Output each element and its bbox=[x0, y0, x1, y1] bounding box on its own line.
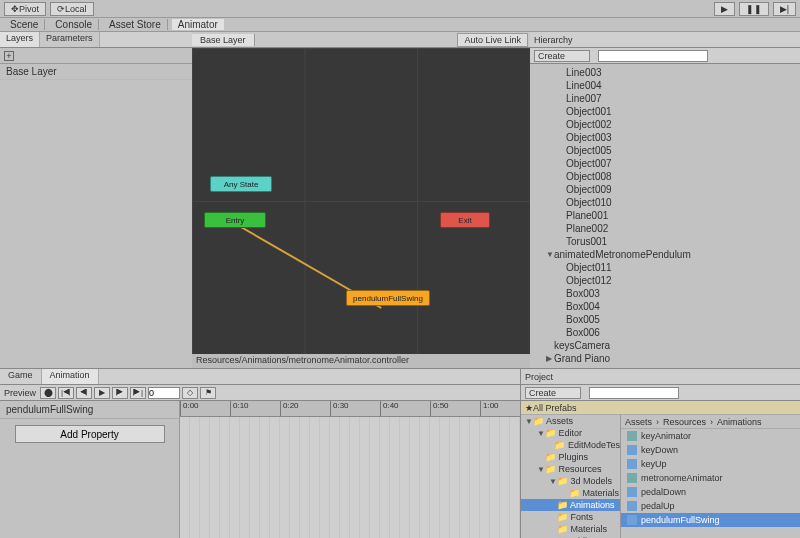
hierarchy-search-input[interactable] bbox=[598, 50, 708, 62]
scene-tab[interactable]: Scene bbox=[4, 19, 45, 30]
window-tabbar: Scene Console Asset Store Animator bbox=[0, 18, 800, 32]
breadcrumb-item[interactable]: Assets bbox=[625, 417, 652, 427]
project-asset-item[interactable]: pedalUp bbox=[621, 499, 800, 513]
prev-key-button[interactable]: ⯇ bbox=[76, 387, 92, 399]
project-folder-item[interactable]: ▼📁 3d Models bbox=[521, 475, 620, 487]
hierarchy-item[interactable]: Plane002 bbox=[530, 222, 800, 235]
project-folder-item[interactable]: 📁 Materials bbox=[521, 523, 620, 535]
add-property-button[interactable]: Add Property bbox=[15, 425, 165, 443]
project-folder-item[interactable]: 📁 Animations bbox=[521, 499, 620, 511]
favorites-row[interactable]: ★ All Prefabs bbox=[521, 401, 800, 415]
hierarchy-item[interactable]: Object001 bbox=[530, 105, 800, 118]
hierarchy-item[interactable]: ▶Grand Piano bbox=[530, 352, 800, 365]
project-folder-item[interactable]: 📁 Materials bbox=[521, 487, 620, 499]
entry-node[interactable]: Entry bbox=[204, 212, 266, 228]
hierarchy-item[interactable]: Object011 bbox=[530, 261, 800, 274]
layers-tab[interactable]: Layers bbox=[0, 32, 40, 47]
frame-input[interactable] bbox=[148, 387, 180, 399]
project-create-dropdown[interactable]: Create bbox=[525, 387, 581, 399]
timeline-ruler[interactable]: 0:000:100:200:300:400:501:00 bbox=[180, 401, 520, 417]
animator-tab[interactable]: Animator bbox=[172, 19, 224, 30]
play-button[interactable]: ▶ bbox=[714, 2, 735, 16]
first-key-button[interactable]: |⯇ bbox=[58, 387, 74, 399]
hierarchy-item[interactable]: Line003 bbox=[530, 66, 800, 79]
hierarchy-create-dropdown[interactable]: Create bbox=[534, 50, 590, 62]
asset-icon bbox=[627, 445, 637, 455]
animation-tabbar: Game Animation bbox=[0, 369, 520, 385]
hierarchy-item[interactable]: Plane001 bbox=[530, 209, 800, 222]
parameters-tab[interactable]: Parameters bbox=[40, 32, 100, 47]
project-folder-item[interactable]: ▼📁 Assets bbox=[521, 415, 620, 427]
hierarchy-item[interactable]: Object010 bbox=[530, 196, 800, 209]
step-button[interactable]: ▶| bbox=[773, 2, 796, 16]
hierarchy-item[interactable]: Box005 bbox=[530, 313, 800, 326]
animator-breadcrumb[interactable]: Base Layer bbox=[192, 34, 255, 46]
hierarchy-item[interactable]: Object007 bbox=[530, 157, 800, 170]
hierarchy-item[interactable]: ▼animatedMetronomePendulum bbox=[530, 248, 800, 261]
pause-button[interactable]: ❚❚ bbox=[739, 2, 769, 16]
game-tab[interactable]: Game bbox=[0, 369, 42, 384]
default-state-node[interactable]: pendulumFullSwing bbox=[346, 290, 430, 306]
hierarchy-item[interactable]: Line007 bbox=[530, 92, 800, 105]
asset-icon bbox=[627, 501, 637, 511]
hierarchy-item[interactable]: Object009 bbox=[530, 183, 800, 196]
project-folder-tree[interactable]: ▼📁 Assets▼📁 Editor📁 EditModeTes📁 Plugins… bbox=[521, 415, 621, 538]
asset-icon bbox=[627, 459, 637, 469]
project-asset-item[interactable]: pendulumFullSwing bbox=[621, 513, 800, 527]
animator-graph[interactable]: Any State Entry pendulumFullSwing Exit bbox=[192, 48, 530, 354]
auto-live-link-toggle[interactable]: Auto Live Link bbox=[457, 33, 528, 47]
project-folder-item[interactable]: 📁 EditModeTes bbox=[521, 439, 620, 451]
hierarchy-item[interactable]: Box006 bbox=[530, 326, 800, 339]
asset-store-tab[interactable]: Asset Store bbox=[103, 19, 168, 30]
any-state-node[interactable]: Any State bbox=[210, 176, 272, 192]
bottom-row: Game Animation Preview ⬤ |⯇ ⯇ ▶ ⯈ ⯈| ◇ ⚑… bbox=[0, 368, 800, 538]
breadcrumb-item[interactable]: Resources bbox=[663, 417, 706, 427]
local-button[interactable]: ⟳ Local bbox=[50, 2, 94, 16]
hierarchy-title: Hierarchy bbox=[534, 35, 573, 45]
hierarchy-item[interactable]: Object005 bbox=[530, 144, 800, 157]
project-asset-item[interactable]: keyDown bbox=[621, 443, 800, 457]
hierarchy-item[interactable]: Object003 bbox=[530, 131, 800, 144]
last-key-button[interactable]: ⯈| bbox=[130, 387, 146, 399]
hierarchy-item[interactable]: Torus001 bbox=[530, 235, 800, 248]
timeline-body[interactable] bbox=[180, 417, 520, 538]
asset-icon bbox=[627, 515, 637, 525]
hierarchy-item[interactable]: Box003 bbox=[530, 287, 800, 300]
play-anim-button[interactable]: ▶ bbox=[94, 387, 110, 399]
hierarchy-tree[interactable]: Line003Line004Line007Object001Object002O… bbox=[530, 64, 800, 368]
project-asset-item[interactable]: keyUp bbox=[621, 457, 800, 471]
project-toolbar: Create bbox=[521, 385, 800, 401]
exit-node[interactable]: Exit bbox=[440, 212, 490, 228]
project-asset-item[interactable]: keyAnimator bbox=[621, 429, 800, 443]
hierarchy-item[interactable]: Line004 bbox=[530, 79, 800, 92]
main-row: Layers Parameters + Base Layer Base Laye… bbox=[0, 32, 800, 368]
animation-property-list: pendulumFullSwing Add Property bbox=[0, 401, 180, 538]
record-button[interactable]: ⬤ bbox=[40, 387, 56, 399]
project-breadcrumb[interactable]: Assets›Resources›Animations bbox=[621, 415, 800, 429]
layer-item[interactable]: Base Layer bbox=[0, 64, 192, 80]
animator-breadcrumb-bar: Base Layer Auto Live Link bbox=[192, 32, 530, 48]
animation-timeline[interactable]: 0:000:100:200:300:400:501:00 bbox=[180, 401, 520, 538]
hierarchy-item[interactable]: Object008 bbox=[530, 170, 800, 183]
console-tab[interactable]: Console bbox=[49, 19, 99, 30]
project-search-input[interactable] bbox=[589, 387, 679, 399]
project-folder-item[interactable]: 📁 Fonts bbox=[521, 511, 620, 523]
project-folder-item[interactable]: ▼📁 Resources bbox=[521, 463, 620, 475]
hierarchy-item[interactable]: Object012 bbox=[530, 274, 800, 287]
project-asset-list[interactable]: keyAnimatorkeyDownkeyUpmetronomeAnimator… bbox=[621, 429, 800, 538]
hierarchy-item[interactable]: Box004 bbox=[530, 300, 800, 313]
clip-dropdown[interactable]: pendulumFullSwing bbox=[0, 401, 179, 419]
pivot-button[interactable]: ✥ Pivot bbox=[4, 2, 46, 16]
hierarchy-item[interactable]: keysCamera bbox=[530, 339, 800, 352]
next-key-button[interactable]: ⯈ bbox=[112, 387, 128, 399]
add-event-button[interactable]: ⚑ bbox=[200, 387, 216, 399]
breadcrumb-item[interactable]: Animations bbox=[717, 417, 762, 427]
project-asset-item[interactable]: metronomeAnimator bbox=[621, 471, 800, 485]
project-asset-item[interactable]: pedalDown bbox=[621, 485, 800, 499]
project-folder-item[interactable]: 📁 Plugins bbox=[521, 451, 620, 463]
add-layer-button[interactable]: + bbox=[4, 51, 14, 61]
add-keyframe-button[interactable]: ◇ bbox=[182, 387, 198, 399]
project-folder-item[interactable]: ▼📁 Editor bbox=[521, 427, 620, 439]
animation-tab[interactable]: Animation bbox=[42, 369, 99, 384]
hierarchy-item[interactable]: Object002 bbox=[530, 118, 800, 131]
